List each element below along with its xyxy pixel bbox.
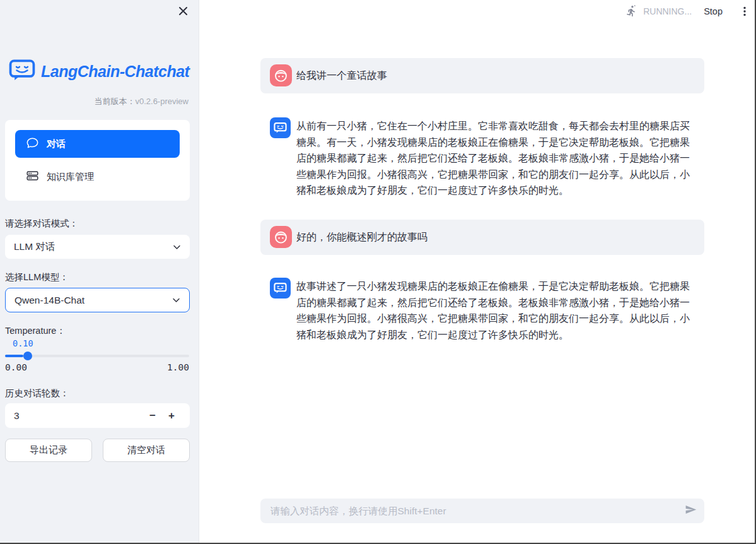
export-records-button[interactable]: 导出记录 — [5, 439, 92, 462]
stop-button[interactable]: Stop — [704, 6, 723, 16]
app-header: RUNNING... Stop — [625, 4, 750, 18]
history-turns-label: 历史对话轮数： — [5, 387, 69, 399]
assistant-avatar — [270, 278, 291, 299]
version-label: 当前版本： — [94, 97, 135, 106]
increment-button[interactable]: + — [162, 410, 181, 422]
chat-input-bar — [260, 499, 704, 523]
dialogue-mode-select[interactable]: LLM 对话 — [5, 235, 190, 259]
sidebar-item-label: 对话 — [47, 138, 66, 150]
dialogue-mode-label: 请选择对话模式： — [5, 218, 78, 230]
sidebar-item-dialogue[interactable]: 对话 — [15, 130, 180, 158]
slider-track[interactable] — [5, 355, 189, 357]
llm-model-select[interactable]: Qwen-14B-Chat — [5, 288, 190, 312]
chat-input[interactable] — [260, 499, 677, 523]
version-info: 当前版本：v0.2.6-preview — [94, 96, 189, 107]
chat-message-user: 给我讲一个童话故事 — [260, 58, 704, 93]
slider-thumb[interactable] — [23, 352, 32, 360]
running-person-icon — [625, 4, 637, 19]
user-avatar — [270, 226, 292, 248]
dialogue-mode-value: LLM 对话 — [14, 240, 55, 254]
llm-model-value: Qwen-14B-Chat — [15, 295, 84, 306]
app-title: LangChain-Chatchat — [41, 62, 189, 81]
sidebar-item-label: 知识库管理 — [47, 171, 94, 183]
version-value: v0.2.6-preview — [135, 97, 189, 106]
send-icon — [684, 503, 697, 519]
app-window: LangChain-Chatchat 当前版本：v0.2.6-preview 对… — [0, 0, 756, 544]
user-avatar — [270, 64, 292, 86]
chevron-down-icon — [173, 243, 181, 251]
chat-message-user: 好的，你能概述刚才的故事吗 — [260, 220, 704, 255]
nav-menu: 对话 知识库管理 — [5, 120, 190, 201]
slider-range: 0.00 1.00 — [5, 362, 189, 372]
decrement-button[interactable]: − — [143, 410, 162, 422]
app-logo: LangChain-Chatchat — [9, 59, 189, 84]
chat-bubble-logo-icon — [9, 59, 35, 84]
assistant-avatar — [270, 117, 291, 138]
clear-dialogue-button[interactable]: 清空对话 — [103, 439, 190, 462]
message-text: 故事讲述了一只小猪发现糖果店的老板娘正在偷糖果，于是它决定帮助老板娘。它把糖果店… — [296, 281, 690, 340]
message-text: 从前有一只小猪，它住在一个小村庄里。它非常喜欢吃甜食，每天都会去村里的糖果店买糖… — [296, 121, 690, 196]
slider-fill — [5, 355, 23, 357]
menu-kebab-icon[interactable] — [740, 6, 750, 17]
message-text: 给我讲一个童话故事 — [296, 68, 387, 84]
chat-icon — [26, 137, 38, 151]
llm-model-label: 选择LLM模型： — [5, 271, 69, 283]
send-button[interactable] — [677, 499, 704, 523]
chat-message-assistant: 从前有一只小猪，它住在一个小村庄里。它非常喜欢吃甜食，每天都会去村里的糖果店买糖… — [260, 110, 704, 207]
temperature-slider[interactable] — [5, 352, 189, 360]
slider-min: 0.00 — [5, 362, 27, 372]
temperature-value: 0.10 — [13, 338, 33, 348]
sidebar: LangChain-Chatchat 当前版本：v0.2.6-preview 对… — [0, 0, 199, 544]
history-turns-stepper: 3 − + — [5, 403, 190, 428]
chat-message-assistant: 故事讲述了一只小猪发现糖果店的老板娘正在偷糖果，于是它决定帮助老板娘。它把糖果店… — [260, 270, 704, 351]
slider-max: 1.00 — [167, 362, 189, 372]
status-badge: RUNNING... — [643, 6, 692, 16]
sidebar-item-knowledge-base[interactable]: 知识库管理 — [15, 163, 180, 191]
message-text: 好的，你能概述刚才的故事吗 — [296, 229, 427, 245]
history-turns-value[interactable]: 3 — [14, 410, 20, 422]
close-sidebar-button[interactable] — [177, 6, 189, 18]
server-stack-icon — [26, 170, 38, 184]
temperature-label: Temperature： — [5, 325, 66, 337]
chevron-down-icon — [172, 296, 180, 304]
close-icon — [178, 6, 189, 19]
